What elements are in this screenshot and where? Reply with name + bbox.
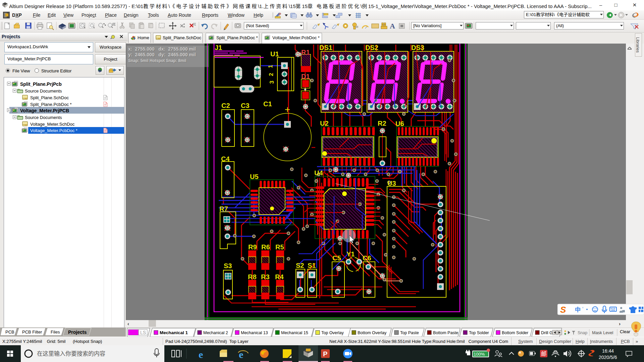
svg-text:U6: U6 xyxy=(395,120,404,127)
svg-text:R1: R1 xyxy=(301,49,310,56)
svg-text:C5: C5 xyxy=(332,254,341,262)
svg-text:C2: C2 xyxy=(221,102,230,109)
svg-text:2: 2 xyxy=(268,73,274,76)
svg-text:R3: R3 xyxy=(261,273,270,281)
svg-text:中: 中 xyxy=(575,306,581,313)
svg-text:Files: Files xyxy=(51,329,60,335)
svg-text:Mechanical 1: Mechanical 1 xyxy=(160,330,188,335)
svg-text:Projects: Projects xyxy=(68,329,87,335)
svg-text:Top Overlay: Top Overlay xyxy=(321,330,344,335)
svg-text:DS2: DS2 xyxy=(365,44,378,51)
svg-text:C3: C3 xyxy=(241,102,250,109)
svg-text:A: A xyxy=(390,22,395,30)
svg-text:U4: U4 xyxy=(314,169,323,177)
svg-text:R9: R9 xyxy=(248,243,257,251)
svg-text:P: P xyxy=(323,350,327,358)
svg-text:Top Solder: Top Solder xyxy=(469,330,489,335)
svg-text:Bottom Overlay: Bottom Overlay xyxy=(358,330,387,335)
svg-text:J1: J1 xyxy=(215,44,222,51)
svg-text:Mechanical 2: Mechanical 2 xyxy=(203,330,228,335)
svg-text:Bottom Paste: Bottom Paste xyxy=(433,330,458,335)
svg-text:100%: 100% xyxy=(474,352,485,357)
svg-text:S3: S3 xyxy=(224,262,232,269)
svg-text:3: 3 xyxy=(269,81,275,84)
svg-text:ʻ: ʻ xyxy=(582,306,583,312)
svg-text:Mask Level: Mask Level xyxy=(592,330,613,335)
svg-text:U2: U2 xyxy=(320,120,329,127)
svg-text:在这里输入你要搜索的内容: 在这里输入你要搜索的内容 xyxy=(37,351,105,357)
svg-text:DS1: DS1 xyxy=(319,44,332,51)
svg-text:DS3: DS3 xyxy=(411,44,424,51)
svg-text:邮: 邮 xyxy=(541,351,546,357)
svg-text:R5: R5 xyxy=(275,243,284,251)
svg-text:R6: R6 xyxy=(261,243,270,251)
svg-text:U1: U1 xyxy=(270,50,279,58)
svg-text:Bottom Solder: Bottom Solder xyxy=(502,330,528,335)
svg-text:Top Paste: Top Paste xyxy=(400,330,419,335)
svg-text:Y1: Y1 xyxy=(346,250,355,258)
svg-text:D1: D1 xyxy=(301,73,310,80)
svg-text:S: S xyxy=(560,305,566,315)
svg-text:C1: C1 xyxy=(263,100,272,108)
svg-text:Snap: Snap xyxy=(578,330,587,335)
svg-text:R7: R7 xyxy=(219,205,228,213)
svg-text:Mechanical 15: Mechanical 15 xyxy=(281,330,308,335)
svg-text:LS: LS xyxy=(140,330,146,335)
svg-text:U5: U5 xyxy=(250,173,259,180)
svg-text:R2: R2 xyxy=(378,120,386,127)
svg-text:S2: S2 xyxy=(296,262,304,269)
svg-text:PCB Filter: PCB Filter xyxy=(22,329,42,335)
svg-text:C6: C6 xyxy=(363,254,371,262)
svg-text:2020/5/6: 2020/5/6 xyxy=(599,355,617,360)
svg-text:R4: R4 xyxy=(275,273,284,281)
svg-text:1: 1 xyxy=(267,65,274,68)
svg-text:C4: C4 xyxy=(221,155,230,163)
svg-text:16:44: 16:44 xyxy=(602,348,614,354)
svg-text:U3: U3 xyxy=(387,180,396,187)
svg-text:Mechanical 13: Mechanical 13 xyxy=(241,330,268,335)
svg-text:PCB: PCB xyxy=(5,329,14,335)
svg-text:e: e xyxy=(199,349,203,360)
svg-text:S1: S1 xyxy=(308,262,316,269)
svg-text:R8: R8 xyxy=(248,273,257,281)
